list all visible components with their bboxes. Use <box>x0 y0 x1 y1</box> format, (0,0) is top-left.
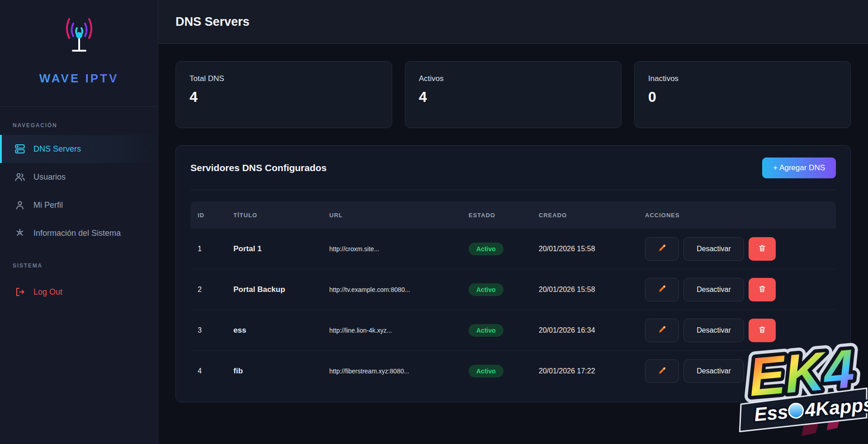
stat-value: 0 <box>648 89 837 105</box>
table-row: 3 ess http://line.lion-4k.xyz... Activo … <box>190 310 836 351</box>
sidebar-item-dns-servers[interactable]: DNS Servers <box>0 135 158 163</box>
sidebar-item-label: Mi Perfil <box>33 201 63 210</box>
logout-label: Log Out <box>33 287 62 297</box>
delete-button[interactable] <box>749 278 776 301</box>
cell-actions: Desactivar <box>645 359 836 383</box>
antenna-logo <box>57 13 101 54</box>
cell-url: http://croxm.site... <box>329 245 469 253</box>
dns-table: ID TÍTULO URL ESTADO CREADO ACCIONES 1 P… <box>190 201 836 391</box>
stat-card-total-dns: Total DNS 4 <box>175 61 392 128</box>
pencil-icon <box>657 325 667 336</box>
dns-panel: Servidores DNS Configurados + Agregar DN… <box>175 145 851 402</box>
cell-created: 20/01/2026 15:58 <box>539 286 645 294</box>
table-row: 2 Portal Backup http://tv.example.com:80… <box>190 269 836 310</box>
system-info-icon <box>14 228 25 239</box>
stat-label: Activos <box>419 74 607 83</box>
deactivate-button[interactable]: Desactivar <box>683 359 744 383</box>
server-stack-icon <box>14 143 25 154</box>
edit-button[interactable] <box>645 319 679 342</box>
column-header-creado: CREADO <box>539 212 645 219</box>
column-header-titulo: TÍTULO <box>233 212 329 219</box>
column-header-id: ID <box>190 212 233 219</box>
deactivate-button[interactable]: Desactivar <box>683 237 744 261</box>
sidebar-item-mi-perfil[interactable]: Mi Perfil <box>0 191 158 219</box>
logout-button[interactable]: Log Out <box>0 278 158 306</box>
content: Total DNS 4 Activos 4 Inactivos 0 Servid… <box>158 44 868 420</box>
stat-card-inactivos: Inactivos 0 <box>634 61 851 128</box>
pencil-icon <box>657 243 667 254</box>
table-row: 4 fib http://fiberstream.xyz:8080... Act… <box>190 351 836 391</box>
cell-created: 20/01/2026 17:22 <box>539 367 645 375</box>
pencil-icon <box>657 284 667 295</box>
cell-id: 3 <box>190 326 233 334</box>
stat-label: Inactivos <box>648 74 837 83</box>
trash-icon <box>758 367 766 376</box>
nav-section-label: NAVEGACIÓN <box>0 107 158 135</box>
stat-card-activos: Activos 4 <box>405 61 621 128</box>
trash-icon <box>758 285 766 294</box>
sidebar-item-informacion-del-sistema[interactable]: Información del Sistema <box>0 219 158 247</box>
users-icon <box>14 172 25 182</box>
stat-label: Total DNS <box>190 74 378 83</box>
sidebar-item-usuarios[interactable]: Usuarios <box>0 163 158 191</box>
table-header-row: ID TÍTULO URL ESTADO CREADO ACCIONES <box>190 201 836 229</box>
column-header-estado: ESTADO <box>469 212 539 219</box>
sidebar-item-label: Información del Sistema <box>33 229 121 238</box>
status-badge: Activo <box>469 365 503 377</box>
sidebar-item-label: DNS Servers <box>33 144 81 154</box>
edit-button[interactable] <box>645 278 679 301</box>
cell-id: 2 <box>190 286 233 294</box>
panel-title: Servidores DNS Configurados <box>190 162 327 173</box>
trash-icon <box>758 244 766 253</box>
delete-button[interactable] <box>749 359 776 383</box>
cell-title: fib <box>233 367 329 376</box>
cell-title: ess <box>233 326 329 335</box>
column-header-acciones: ACCIONES <box>645 212 836 219</box>
cell-actions: Desactivar <box>645 319 836 342</box>
app-root: WAVE IPTV NAVEGACIÓN DNS Servers <box>0 0 868 444</box>
cell-id: 4 <box>190 367 233 375</box>
delete-button[interactable] <box>749 237 776 261</box>
status-badge: Activo <box>469 283 503 296</box>
page-title: DNS Servers <box>175 15 250 29</box>
pencil-icon <box>657 366 667 377</box>
cell-url: http://fiberstream.xyz:8080... <box>329 368 469 375</box>
table-row: 1 Portal 1 http://croxm.site... Activo 2… <box>190 229 836 269</box>
deactivate-button[interactable]: Desactivar <box>683 319 744 342</box>
trash-icon <box>758 325 766 335</box>
logo-block: WAVE IPTV <box>0 0 158 86</box>
stats-row: Total DNS 4 Activos 4 Inactivos 0 <box>175 61 851 128</box>
user-icon <box>14 200 25 210</box>
edit-button[interactable] <box>645 237 679 261</box>
system-section-label: SISTEMA <box>0 247 158 275</box>
deactivate-button[interactable]: Desactivar <box>683 278 744 301</box>
stat-value: 4 <box>190 89 378 105</box>
cell-actions: Desactivar <box>645 237 836 261</box>
cell-title: Portal 1 <box>233 244 329 253</box>
cell-created: 20/01/2026 16:34 <box>539 326 645 334</box>
panel-header: Servidores DNS Configurados + Agregar DN… <box>190 146 836 190</box>
delete-button[interactable] <box>749 319 776 342</box>
status-badge: Activo <box>469 324 503 337</box>
sidebar-nav: DNS Servers Usuarios <box>0 135 158 247</box>
cell-url: http://line.lion-4k.xyz... <box>329 327 469 334</box>
cell-title: Portal Backup <box>233 285 329 294</box>
top-header: DNS Servers <box>158 0 868 44</box>
stat-value: 4 <box>419 89 607 105</box>
logout-icon <box>14 286 25 297</box>
cell-created: 20/01/2026 15:58 <box>539 245 645 253</box>
brand-title: WAVE IPTV <box>0 72 158 86</box>
status-badge: Activo <box>469 243 503 255</box>
sidebar-item-label: Usuarios <box>33 172 66 182</box>
cell-actions: Desactivar <box>645 278 836 301</box>
cell-id: 1 <box>190 245 233 253</box>
cell-url: http://tv.example.com:8080... <box>329 286 469 293</box>
edit-button[interactable] <box>645 359 679 383</box>
main-area: DNS Servers Total DNS 4 Activos 4 Inacti… <box>158 0 868 444</box>
column-header-url: URL <box>329 212 469 219</box>
add-dns-button[interactable]: + Agregar DNS <box>762 158 836 178</box>
sidebar: WAVE IPTV NAVEGACIÓN DNS Servers <box>0 0 158 444</box>
